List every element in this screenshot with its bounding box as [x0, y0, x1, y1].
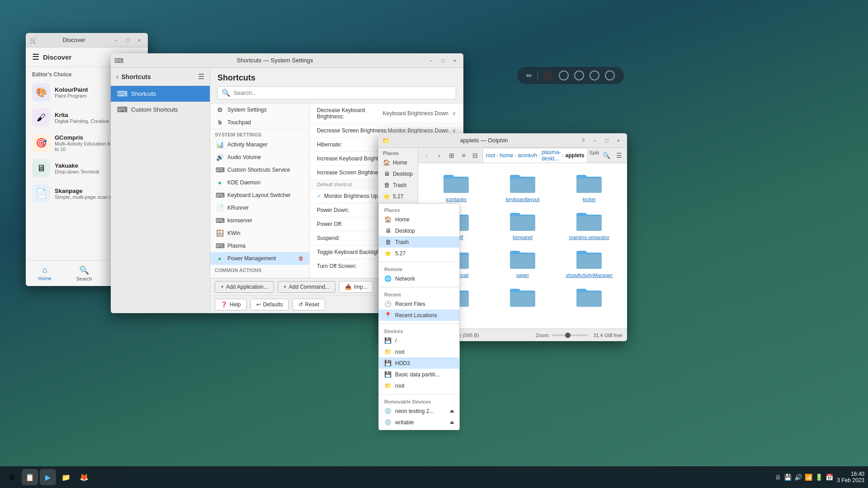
- widget-dot-3[interactable]: [574, 70, 584, 80]
- context-menu-root1[interactable]: 📁 root: [379, 346, 459, 357]
- dolphin-file-kimpanel[interactable]: kimpanel: [490, 206, 556, 244]
- context-menu-recent-files[interactable]: 🕐 Recent Files: [379, 298, 459, 310]
- taskbar-calendar-icon[interactable]: 📅: [826, 474, 833, 481]
- discover-hamburger-icon[interactable]: ☰: [32, 52, 39, 62]
- dolphin-file-pager[interactable]: pager: [490, 244, 556, 282]
- context-menu-527[interactable]: ⭐ 5.27: [379, 248, 459, 259]
- breadcrumb-root[interactable]: root: [486, 152, 495, 159]
- dolphin-menu-button[interactable]: ☰: [613, 150, 624, 161]
- taskbar-firefox-button[interactable]: 🦊: [76, 469, 92, 485]
- shortcuts-back-button[interactable]: ‹: [116, 73, 118, 81]
- dolphin-sidebar-desktop[interactable]: 🖥 Desktop: [378, 168, 418, 179]
- widget-dot-4[interactable]: [590, 70, 599, 80]
- shortcuts-app-plasma[interactable]: ⌨ Plasma: [210, 239, 309, 252]
- dolphin-back-button[interactable]: ‹: [421, 150, 432, 161]
- shortcuts-app-kde-daemon[interactable]: ● KDE Daemon: [210, 176, 309, 189]
- discover-maximize-button[interactable]: □: [123, 35, 132, 45]
- breadcrumb-aronkvh[interactable]: aronkvh: [518, 152, 537, 159]
- widget-dot-1[interactable]: [543, 70, 553, 80]
- taskbar-system-button[interactable]: ⚙: [4, 469, 20, 485]
- taskbar-storage-icon[interactable]: 💾: [784, 474, 792, 481]
- discover-close-button[interactable]: ×: [134, 35, 144, 45]
- shortcuts-app-krunner[interactable]: 📄 KRunner: [210, 202, 309, 214]
- context-menu-neon[interactable]: 💿 neon testing 2... ⏏: [379, 405, 459, 417]
- dolphin-sidebar-home[interactable]: 🏠 Home: [378, 157, 418, 168]
- dolphin-file-extra3[interactable]: [556, 282, 623, 312]
- shortcuts-close-button[interactable]: ×: [450, 56, 460, 66]
- pencil-icon[interactable]: ✏: [526, 71, 532, 80]
- dolphin-file-margins-separator[interactable]: margins-separator: [556, 206, 623, 244]
- shortcuts-app-custom-shortcuts-service[interactable]: ⌨ Custom Shortcuts Service: [210, 164, 309, 176]
- defaults-button[interactable]: ↩ Defaults: [250, 299, 289, 310]
- shortcuts-app-keyboard-layout[interactable]: ⌨ Keyboard Layout Switcher: [210, 189, 309, 202]
- discover-minimize-button[interactable]: −: [111, 35, 121, 45]
- taskbar-files-button[interactable]: 📁: [58, 469, 74, 485]
- help-button[interactable]: ❓ Help: [215, 299, 247, 310]
- dolphin-minimize-button[interactable]: −: [590, 136, 600, 145]
- power-management-trash-button[interactable]: 🗑: [298, 255, 304, 262]
- shortcuts-menu-button[interactable]: ☰: [198, 72, 204, 81]
- discover-nav-search[interactable]: 🔍 Search: [72, 263, 97, 283]
- taskbar-battery-icon[interactable]: 🔋: [815, 474, 823, 481]
- shortcuts-app-activity-manager[interactable]: 📊 Activity Manager: [210, 138, 309, 151]
- shortcuts-search-box[interactable]: 🔍: [217, 86, 456, 99]
- dolphin-maximize-button[interactable]: □: [602, 136, 612, 145]
- shortcuts-app-audio-volume[interactable]: 🔊 Audio Volume: [210, 151, 309, 164]
- shortcut-dec-screen-expand[interactable]: ∨: [452, 127, 456, 134]
- taskbar-audio-icon[interactable]: 🔊: [794, 474, 802, 481]
- dolphin-file-extra2[interactable]: [490, 282, 556, 312]
- shortcuts-maximize-button[interactable]: □: [438, 56, 448, 66]
- discover-nav-home[interactable]: ⌂ Home: [33, 263, 56, 283]
- breadcrumb-home[interactable]: home: [500, 152, 513, 159]
- ctx-neon-eject-icon[interactable]: ⏏: [450, 408, 454, 413]
- context-menu-writable[interactable]: 💿 writable ⏏: [379, 417, 459, 428]
- dolphin-help-button[interactable]: ?: [578, 136, 588, 145]
- context-menu-desktop[interactable]: 🖥 Desktop: [379, 225, 459, 236]
- taskbar-screen-icon[interactable]: 🖥: [775, 474, 781, 481]
- context-menu-root2[interactable]: 📁 root: [379, 380, 459, 391]
- dolphin-split-view-button[interactable]: ⊟: [470, 150, 481, 161]
- sidebar-item-custom-shortcuts[interactable]: ⌨ Custom Shortcuts: [111, 102, 210, 117]
- context-menu-recent-locations[interactable]: 📍 Recent Locations: [379, 310, 459, 321]
- shortcut-row-dec-kbd[interactable]: Decrease Keyboard Brightness: Keyboard B…: [310, 103, 463, 124]
- shortcuts-app-edit[interactable]: ✏ Edit: [210, 274, 309, 278]
- widget-dot-2[interactable]: [559, 70, 569, 80]
- import-button[interactable]: 📥 Imp...: [339, 281, 373, 293]
- taskbar-tasks-button[interactable]: 📋: [22, 469, 38, 485]
- dolphin-list-view-button[interactable]: ≡: [458, 150, 469, 161]
- widget-dot-5[interactable]: [605, 70, 615, 80]
- shortcuts-search-input[interactable]: [233, 89, 452, 96]
- shortcuts-app-system-settings[interactable]: ⚙ System Settings: [210, 103, 309, 116]
- add-command-button[interactable]: + Add Command...: [278, 281, 335, 293]
- shortcuts-app-ksmserver[interactable]: ⌨ ksmserver: [210, 214, 309, 227]
- context-menu-slash[interactable]: 💾 /: [379, 335, 459, 346]
- shortcut-dec-kbd-expand[interactable]: ∨: [452, 110, 456, 117]
- dolphin-zoom-slider[interactable]: [552, 334, 588, 336]
- dolphin-file-keyboardlayout[interactable]: keyboardlayout: [490, 168, 556, 206]
- dolphin-sidebar-trash[interactable]: 🗑 Trash: [378, 179, 418, 191]
- context-menu-hdd3[interactable]: 💾 HDD3: [379, 357, 459, 369]
- reset-button[interactable]: ↺ Reset: [292, 299, 325, 310]
- context-menu-home[interactable]: 🏠 Home: [379, 214, 459, 225]
- dolphin-forward-button[interactable]: ›: [434, 150, 444, 161]
- taskbar-terminal-button[interactable]: ▶: [40, 469, 56, 485]
- ctx-writable-eject-icon[interactable]: ⏏: [450, 420, 454, 425]
- shortcuts-app-kwin[interactable]: 🪟 KWin: [210, 227, 309, 239]
- context-menu-network[interactable]: 🌐 Network: [379, 273, 459, 284]
- dolphin-file-icontasks[interactable]: icontasks: [423, 168, 489, 206]
- shortcuts-app-power-management[interactable]: ● Power Management 🗑: [210, 252, 309, 265]
- dolphin-file-kicker[interactable]: kicker: [556, 168, 623, 206]
- dolphin-search-button[interactable]: 🔍: [601, 150, 612, 161]
- dolphin-sidebar-527[interactable]: ⭐ 5.27: [378, 191, 418, 202]
- shortcuts-app-touchpad[interactable]: 🖱 Touchpad: [210, 116, 309, 129]
- sidebar-item-shortcuts[interactable]: ⌨ Shortcuts: [111, 86, 210, 102]
- dolphin-close-button[interactable]: ×: [613, 136, 623, 145]
- dolphin-file-showactivitymanager[interactable]: showActivityManager: [556, 244, 623, 282]
- context-menu-basic-data[interactable]: 💾 Basic data partiti...: [379, 369, 459, 380]
- context-menu-trash[interactable]: 🗑 Trash: [379, 236, 459, 248]
- dolphin-icon-view-button[interactable]: ⊞: [446, 150, 457, 161]
- taskbar-network-icon[interactable]: 📶: [805, 474, 812, 481]
- taskbar-clock[interactable]: 16:40 3 Feb 2023: [837, 471, 864, 483]
- breadcrumb-plasma[interactable]: plasma-deskt...: [542, 149, 561, 162]
- shortcuts-minimize-button[interactable]: −: [426, 56, 436, 66]
